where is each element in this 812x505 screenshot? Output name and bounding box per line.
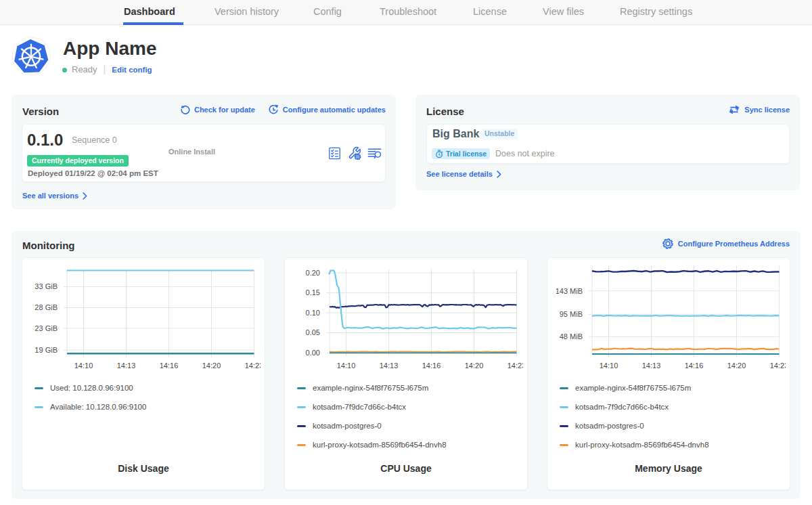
svg-text:0.15: 0.15 — [306, 288, 320, 297]
svg-text:95 MiB: 95 MiB — [560, 310, 583, 318]
svg-text:14:20: 14:20 — [202, 361, 221, 370]
svg-text:28 GiB: 28 GiB — [35, 303, 58, 311]
svg-text:14:10: 14:10 — [337, 361, 356, 370]
svg-text:14:20: 14:20 — [465, 361, 484, 370]
svg-text:143 MiB: 143 MiB — [556, 287, 583, 295]
svg-text:14:23: 14:23 — [245, 361, 261, 370]
svg-text:14:13: 14:13 — [642, 361, 661, 370]
svg-text:14:13: 14:13 — [380, 361, 399, 370]
svg-text:48 MiB: 48 MiB — [560, 332, 583, 341]
svg-text:14:16: 14:16 — [685, 361, 704, 370]
svg-text:14:20: 14:20 — [727, 361, 746, 370]
svg-text:14:23: 14:23 — [508, 361, 523, 370]
svg-text:14:10: 14:10 — [74, 361, 93, 370]
svg-text:23 GiB: 23 GiB — [35, 324, 58, 332]
svg-text:14:10: 14:10 — [600, 361, 618, 370]
svg-text:19 GiB: 19 GiB — [35, 346, 58, 354]
svg-text:0.05: 0.05 — [306, 328, 320, 336]
svg-text:14:13: 14:13 — [117, 361, 136, 370]
svg-text:0.10: 0.10 — [306, 309, 320, 317]
svg-text:33 GiB: 33 GiB — [35, 282, 58, 290]
svg-text:14:23: 14:23 — [770, 361, 786, 370]
svg-text:0.00: 0.00 — [306, 349, 320, 357]
svg-text:0.20: 0.20 — [306, 269, 320, 277]
svg-text:14:16: 14:16 — [160, 361, 179, 370]
svg-text:14:16: 14:16 — [422, 361, 441, 370]
